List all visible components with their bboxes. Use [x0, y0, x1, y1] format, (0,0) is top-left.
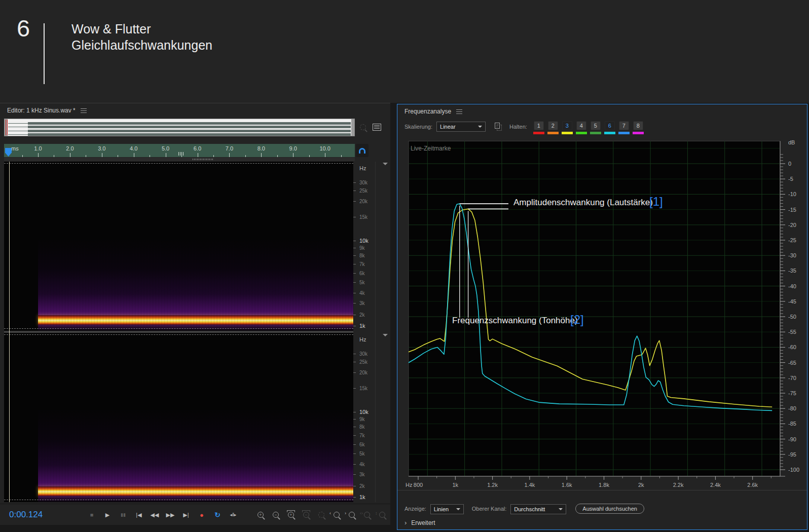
annotation-frequency-label: Frequenzschwankung (Tonhöhe) [452, 316, 578, 326]
pause-button[interactable]: ▮▮ [119, 512, 128, 517]
loop-playback-button[interactable]: ↻ [213, 511, 222, 519]
frequency-scale-right[interactable]: Hz30k25k20k15k10k9k8k7k6k5k4k3k2k1k [353, 333, 375, 502]
timeline-tick [181, 155, 182, 157]
overview-playhead-marker[interactable] [6, 120, 6, 135]
frequency-scale-tick [353, 464, 356, 465]
y-axis-tick-label: -10 [788, 191, 796, 197]
timeline-tick [22, 155, 23, 157]
top-channel-value: Durchschnitt [514, 506, 545, 512]
frequency-scale-label: 5k [359, 451, 365, 457]
timeline-tick-label: 2.0 [66, 145, 73, 151]
x-axis-tick-label: 2.2k [673, 482, 684, 488]
overview-silence-line [8, 134, 28, 135]
timeline-tick [150, 155, 150, 157]
chevron-down-icon[interactable] [383, 334, 388, 339]
y-axis-tick-label: -70 [788, 375, 796, 381]
waveform-overview-bar[interactable] [4, 119, 355, 136]
panel-menu-icon[interactable] [81, 108, 87, 113]
frequency-analysis-panel: Frequenzanalyse Skalierung: Linear Halte… [397, 104, 807, 530]
frequency-scale-left[interactable]: Hz30k25k20k15k10k9k8k7k6k5k4k3k2k1k [353, 162, 375, 331]
drag-grip-icon [193, 159, 213, 160]
frequency-scale-tick [353, 474, 356, 475]
zoom-scroll-strip[interactable] [375, 162, 389, 502]
frequency-scale-tick [353, 435, 356, 436]
zoom-disabled-icon[interactable] [360, 124, 366, 130]
y-axis-tick-label: -60 [788, 344, 796, 350]
display-value: Linien [434, 506, 449, 512]
overview-silence-line [8, 123, 28, 124]
overview-waveform-band [28, 126, 351, 128]
y-axis-tick-label: -55 [788, 329, 796, 335]
zoom-to-selection-button[interactable]: ‹› [363, 510, 371, 519]
slide-title-line2: Gleichlaufschwankungen [71, 37, 212, 53]
y-axis-tick-label: -85 [788, 421, 796, 427]
playhead-marker[interactable] [5, 148, 12, 157]
spectrogram-channel-left[interactable] [4, 162, 353, 331]
scan-selection-button[interactable]: Auswahl durchsuchen [575, 504, 644, 514]
frequency-scale-label: 4k [359, 462, 365, 467]
record-button[interactable]: ● [197, 511, 206, 519]
timeline-drag-strip[interactable] [4, 158, 355, 161]
overview-playhead-marker[interactable] [7, 120, 8, 135]
editor-tab[interactable]: Editor: 1 kHz Sinus.wav * [7, 107, 87, 114]
stop-button[interactable]: ■ [87, 512, 96, 518]
frequency-scale-label: 7k [359, 261, 365, 267]
frequency-unit-label: Hz [359, 165, 366, 171]
rewind-button[interactable]: ◀◀ [150, 512, 159, 518]
timeline-tick [54, 155, 54, 157]
skip-selection-button[interactable]: ◂‖▸ [229, 512, 238, 517]
frequency-scale-label: 6k [359, 271, 365, 276]
zoom-out-button[interactable]: − [272, 510, 280, 519]
fast-forward-button[interactable]: ▶▶ [166, 512, 175, 518]
top-channel-select[interactable]: Durchschnitt [510, 504, 566, 514]
playhead-line[interactable] [9, 162, 10, 502]
zoom-in-right-button[interactable]: › [348, 510, 356, 519]
time-display[interactable]: 0:00.124 [9, 510, 43, 520]
snap-toggle-button[interactable] [356, 144, 369, 157]
timeline-tick [325, 153, 325, 157]
frequency-scale-tick [353, 412, 356, 412]
advanced-toggle[interactable]: › Erweitert [404, 519, 435, 526]
timeline-tick [229, 153, 230, 157]
zoom-in-time-selection-button[interactable]: + [287, 510, 295, 519]
timeline-ruler[interactable]: ms 1.02.03.04.05.06.07.08.09.010.0 [4, 144, 355, 157]
frequency-unit-label: Hz [359, 336, 366, 343]
timeline-tick-label: 7.0 [226, 145, 233, 151]
x-axis-tick-label: 1.8k [599, 482, 609, 488]
zoom-in-left-button[interactable]: ‹ [333, 510, 341, 519]
frequency-scale-label: 4k [359, 290, 365, 296]
frequency-scale-tick [353, 486, 356, 486]
separator [397, 490, 807, 490]
spectrogram-channel-right[interactable] [4, 333, 353, 502]
frequency-scale-tick [353, 315, 356, 315]
timeline-tick [70, 153, 70, 157]
overview-right-handle[interactable] [351, 119, 354, 136]
skip-to-start-button[interactable]: |◀ [134, 512, 143, 518]
chart-plot-area[interactable] [409, 141, 780, 477]
zoom-in-left-icon [334, 512, 340, 518]
frequency-scale-tick [353, 497, 356, 498]
display-select[interactable]: Linien [430, 504, 464, 514]
editor-options-icon[interactable] [373, 124, 381, 131]
zoom-in-icon: + [258, 512, 264, 518]
zoom-modifier-glyph: ↕ [375, 511, 378, 516]
spectrogram-display[interactable] [4, 162, 353, 502]
zoom-out-time-selection-button[interactable]: − [302, 510, 310, 519]
chevron-down-icon[interactable] [383, 163, 388, 168]
y-axis-tick-label: -40 [788, 283, 796, 289]
frequency-scale-label: 20k [359, 199, 367, 204]
zoom-full-button[interactable]: ↕ [378, 510, 386, 519]
zoom-modifier-glyph: › [345, 511, 346, 516]
overview-waveform-band [28, 122, 351, 125]
frequency-scale-label: 15k [359, 386, 367, 391]
x-axis-unit-label: Hz [406, 482, 412, 488]
y-axis-tick-label: -5 [788, 176, 793, 182]
skip-to-end-button[interactable]: ▶| [181, 512, 191, 518]
zoom-in-button[interactable]: + [256, 510, 265, 519]
zoom-full-icon [379, 512, 385, 518]
frequency-scale-tick [353, 303, 356, 303]
timeline-tick-label: 9.0 [289, 145, 297, 151]
zoom-reset-button[interactable] [317, 510, 325, 519]
frequency-scale-tick [353, 354, 356, 354]
play-button[interactable]: ▶ [103, 512, 112, 518]
